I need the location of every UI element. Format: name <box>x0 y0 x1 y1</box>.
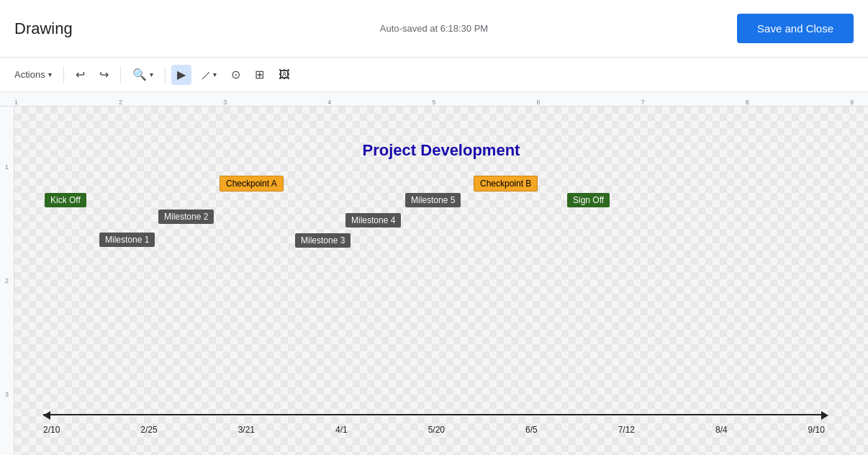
milestone-4: Milestone 4 <box>345 213 401 227</box>
redo-button[interactable]: ↪ <box>94 65 114 85</box>
timeline-arrow-right <box>821 411 828 420</box>
date-labels: 2/10 2/25 3/21 4/1 5/20 6/5 7/12 8/4 9/1… <box>43 425 825 435</box>
milestone-sign-off: Sign Off <box>567 193 610 207</box>
horizontal-ruler: 1 2 3 4 5 6 7 8 9 <box>0 92 868 107</box>
timeline-line <box>43 414 825 415</box>
undo-button[interactable]: ↩ <box>70 65 91 85</box>
date-6: 6/5 <box>525 425 538 435</box>
zoom-button[interactable]: 🔍 ▾ <box>127 65 159 85</box>
checkpoint-b: Checkpoint B <box>474 176 538 192</box>
actions-menu-button[interactable]: Actions ▾ <box>9 65 58 84</box>
diagram-title: Project Development <box>363 141 520 160</box>
date-9: 9/10 <box>808 425 825 435</box>
shape-circle-icon: ⊙ <box>231 69 240 81</box>
line-tool-button[interactable]: — ▾ <box>194 66 222 84</box>
toolbar: Actions ▾ ↩ ↪ 🔍 ▾ ▶ — ▾ ⊙ ⊞ 🖼 <box>0 58 868 92</box>
redo-icon: ↪ <box>99 69 109 81</box>
divider-1 <box>63 66 64 84</box>
app-title: Drawing <box>14 19 73 38</box>
milestone-2: Milestone 2 <box>158 210 214 224</box>
select-tool-button[interactable]: ▶ <box>171 65 191 85</box>
milestone-1: Milestone 1 <box>99 233 155 247</box>
ruler-numbers: 1 2 3 4 5 6 7 8 9 <box>14 99 854 106</box>
date-8: 8/4 <box>715 425 728 435</box>
actions-chevron-icon: ▾ <box>48 71 52 78</box>
date-4: 4/1 <box>335 425 348 435</box>
line-chevron-icon: ▾ <box>213 71 217 78</box>
save-close-button[interactable]: Save and Close <box>737 14 854 43</box>
zoom-chevron-icon: ▾ <box>150 71 153 78</box>
checkpoint-a: Checkpoint A <box>220 176 284 192</box>
milestone-5: Milestone 5 <box>405 193 461 207</box>
date-5: 5/20 <box>428 425 445 435</box>
autosave-status: Auto-saved at 6:18:30 PM <box>380 23 488 34</box>
vertical-ruler: 1 2 3 <box>0 107 14 455</box>
milestone-3: Milestone 3 <box>295 233 351 248</box>
shape-tool-button[interactable]: ⊙ <box>225 65 246 85</box>
date-7: 7/12 <box>618 425 635 435</box>
select-cursor-icon: ▶ <box>177 69 186 81</box>
diagram-content: Project Development Kick Off Milestone 1… <box>14 107 868 455</box>
image-icon: 🖼 <box>279 69 290 81</box>
textbox-tool-button[interactable]: ⊞ <box>249 65 270 85</box>
image-tool-button[interactable]: 🖼 <box>273 65 296 85</box>
undo-icon: ↩ <box>76 69 85 81</box>
date-1: 2/10 <box>43 425 60 435</box>
textbox-icon: ⊞ <box>255 69 264 81</box>
divider-3 <box>165 66 166 84</box>
date-3: 3/21 <box>238 425 255 435</box>
drawing-canvas[interactable]: Project Development Kick Off Milestone 1… <box>14 107 868 455</box>
milestone-kick-off: Kick Off <box>45 193 86 207</box>
canvas-area: 1 2 3 Project Development Kick Off Miles… <box>0 107 868 455</box>
line-icon: — <box>198 68 212 82</box>
timeline-arrow-left <box>43 411 50 420</box>
date-2: 2/25 <box>140 425 157 435</box>
app-header: Drawing Auto-saved at 6:18:30 PM Save an… <box>0 0 868 58</box>
divider-2 <box>120 66 121 84</box>
actions-label: Actions <box>14 69 45 80</box>
zoom-icon: 🔍 <box>132 69 147 81</box>
